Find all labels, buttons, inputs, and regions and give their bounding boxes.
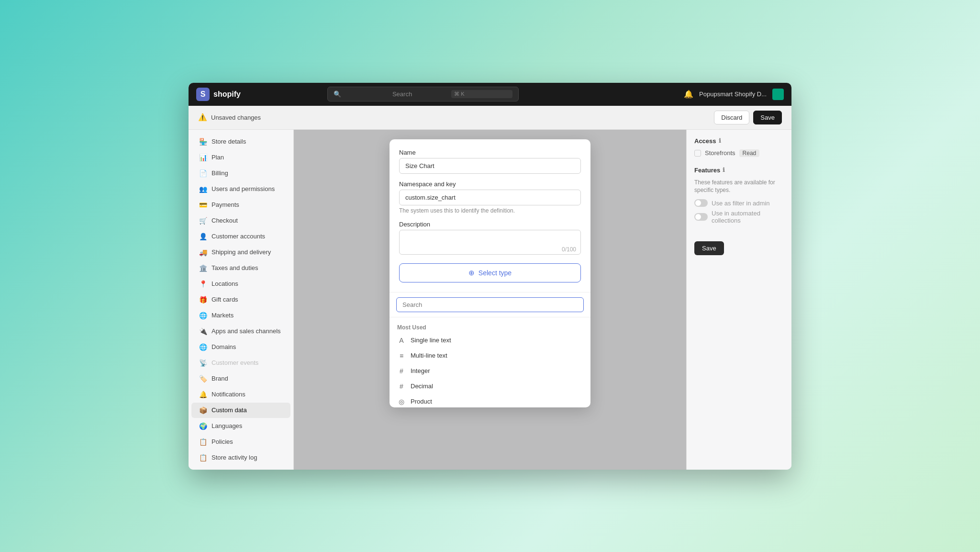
sidebar-label-policies: Policies <box>212 438 233 445</box>
sidebar-label-notifications: Notifications <box>212 391 245 398</box>
access-section: Access ℹ Storefronts Read <box>694 137 784 157</box>
logo-text: shopify <box>213 90 241 99</box>
sidebar-label-apps-channels: Apps and sales channels <box>212 327 281 335</box>
discard-button[interactable]: Discard <box>714 111 749 124</box>
main-layout: 🏪Store details📊Plan📄Billing👥Users and pe… <box>189 130 791 470</box>
sidebar-item-gift-cards[interactable]: 🎁Gift cards <box>191 292 290 307</box>
sidebar-label-checkout: Checkout <box>212 217 238 224</box>
sidebar-label-customer-events: Customer events <box>212 359 258 366</box>
sidebar-item-users-permissions[interactable]: 👥Users and permissions <box>191 181 290 197</box>
sidebar-label-taxes-duties: Taxes and duties <box>212 264 258 271</box>
sidebar-item-languages[interactable]: 🌍Languages <box>191 418 290 434</box>
type-icon-integer: # <box>397 367 406 375</box>
sidebar-icon-custom-data: 📦 <box>199 406 207 414</box>
sidebar-label-markets: Markets <box>212 312 234 319</box>
search-box[interactable]: 🔍 Search ⌘ K <box>327 87 519 101</box>
toggle-filter-admin[interactable] <box>694 199 708 207</box>
sidebar-icon-brand: 🏷️ <box>199 375 207 383</box>
sidebar-item-brand[interactable]: 🏷️Brand <box>191 371 290 386</box>
modal-overlay: Name Namespace and key The system uses t… <box>294 130 686 470</box>
sidebar-icon-users-permissions: 👥 <box>199 185 207 193</box>
sidebar-item-customer-accounts[interactable]: 👤Customer accounts <box>191 229 290 244</box>
features-info-icon: ℹ <box>723 167 725 173</box>
description-char-count: 0/100 <box>562 246 576 253</box>
sidebar-label-users-permissions: Users and permissions <box>212 185 275 192</box>
sidebar-label-payments: Payments <box>212 201 239 208</box>
sidebar-icon-billing: 📄 <box>199 169 207 177</box>
type-item-product[interactable]: ◎Product <box>390 394 590 407</box>
subheader-actions: Discard Save <box>714 111 782 124</box>
modal-panel: Name Namespace and key The system uses t… <box>390 139 590 407</box>
read-badge: Read <box>739 149 760 157</box>
sidebar-item-apps-channels[interactable]: 🔌Apps and sales channels <box>191 324 290 339</box>
sidebar-label-customer-accounts: Customer accounts <box>212 233 265 240</box>
feature-row-automated-collections: Use in automated collections <box>694 210 784 224</box>
modal-body: Name Namespace and key The system uses t… <box>390 139 590 292</box>
sidebar-label-store-activity-log: Store activity log <box>212 454 257 461</box>
sidebar-label-custom-data: Custom data <box>212 406 247 414</box>
access-title: Access ℹ <box>694 137 784 145</box>
type-search-input[interactable] <box>396 297 584 312</box>
type-list: Most Used ASingle line text≡Multi-line t… <box>390 317 590 407</box>
sidebar-item-store-activity-log[interactable]: 📋Store activity log <box>191 450 290 465</box>
topnav: S shopify 🔍 Search ⌘ K 🔔 Popupsmart Shop… <box>189 83 791 106</box>
sidebar-icon-locations: 📍 <box>199 280 207 288</box>
feature-row-filter-admin: Use as filter in admin <box>694 199 784 207</box>
namespace-label: Namespace and key <box>399 180 581 188</box>
sidebar-label-locations: Locations <box>212 280 238 287</box>
sidebar-item-shipping-delivery[interactable]: 🚚Shipping and delivery <box>191 245 290 260</box>
sidebar-item-locations[interactable]: 📍Locations <box>191 276 290 292</box>
save-button-right[interactable]: Save <box>694 241 724 255</box>
bell-icon[interactable]: 🔔 <box>684 90 693 99</box>
save-button-top[interactable]: Save <box>753 111 782 124</box>
type-icon-multi-line-text: ≡ <box>397 352 406 360</box>
search-shortcut: ⌘ K <box>451 90 512 98</box>
sidebar-item-taxes-duties[interactable]: 🏛️Taxes and duties <box>191 260 290 276</box>
select-type-icon: ⊕ <box>468 269 475 277</box>
search-placeholder: Search <box>392 90 447 98</box>
sidebar-icon-store-details: 🏪 <box>199 138 207 146</box>
type-item-integer[interactable]: #Integer <box>390 363 590 379</box>
sidebar-label-billing: Billing <box>212 169 228 177</box>
sidebar-label-languages: Languages <box>212 422 242 429</box>
sidebar-item-store-details[interactable]: 🏪Store details <box>191 134 290 149</box>
storefronts-checkbox[interactable] <box>694 150 701 157</box>
type-item-decimal[interactable]: #Decimal <box>390 379 590 394</box>
sidebar-icon-payments: 💳 <box>199 201 207 209</box>
description-input[interactable] <box>399 230 581 255</box>
most-used-label: Most Used <box>390 321 590 333</box>
type-dropdown: Most Used ASingle line text≡Multi-line t… <box>390 292 590 407</box>
sidebar-icon-customer-accounts: 👤 <box>199 233 207 240</box>
namespace-input[interactable] <box>399 190 581 205</box>
sidebar-item-customer-events: 📡Customer events <box>191 355 290 371</box>
storefronts-row: Storefronts Read <box>694 149 784 157</box>
sidebar-item-domains[interactable]: 🌐Domains <box>191 339 290 355</box>
description-group: Description 0/100 <box>399 221 581 257</box>
name-input[interactable] <box>399 158 581 174</box>
sidebar-icon-checkout: 🛒 <box>199 217 207 225</box>
sidebar-item-custom-data[interactable]: 📦Custom data <box>191 403 290 418</box>
sidebar-label-store-details: Store details <box>212 138 246 145</box>
type-search <box>390 293 590 317</box>
sidebar-icon-policies: 📋 <box>199 438 207 446</box>
select-type-button[interactable]: ⊕ Select type <box>399 263 581 282</box>
sidebar-item-payments[interactable]: 💳Payments <box>191 197 290 213</box>
sidebar-icon-domains: 🌐 <box>199 343 207 351</box>
sidebar-item-billing[interactable]: 📄Billing <box>191 166 290 181</box>
sidebar-icon-customer-events: 📡 <box>199 359 207 367</box>
name-group: Name <box>399 149 581 174</box>
unsaved-text: Unsaved changes <box>211 114 261 121</box>
sidebar-item-policies[interactable]: 📋Policies <box>191 434 290 450</box>
right-panel: Access ℹ Storefronts Read Features ℹ The… <box>686 130 791 470</box>
search-area: 🔍 Search ⌘ K <box>327 87 519 101</box>
sidebar-item-plan[interactable]: 📊Plan <box>191 150 290 165</box>
sidebar-item-notifications[interactable]: 🔔Notifications <box>191 387 290 402</box>
sidebar-item-checkout[interactable]: 🛒Checkout <box>191 213 290 228</box>
features-desc: These features are available for specifi… <box>694 179 784 195</box>
type-item-single-line-text[interactable]: ASingle line text <box>390 333 590 348</box>
toggle-automated-collections[interactable] <box>694 213 708 221</box>
store-avatar[interactable] <box>772 89 784 100</box>
sidebar-item-markets[interactable]: 🌐Markets <box>191 308 290 323</box>
type-item-multi-line-text[interactable]: ≡Multi-line text <box>390 348 590 363</box>
sidebar-icon-gift-cards: 🎁 <box>199 296 207 304</box>
